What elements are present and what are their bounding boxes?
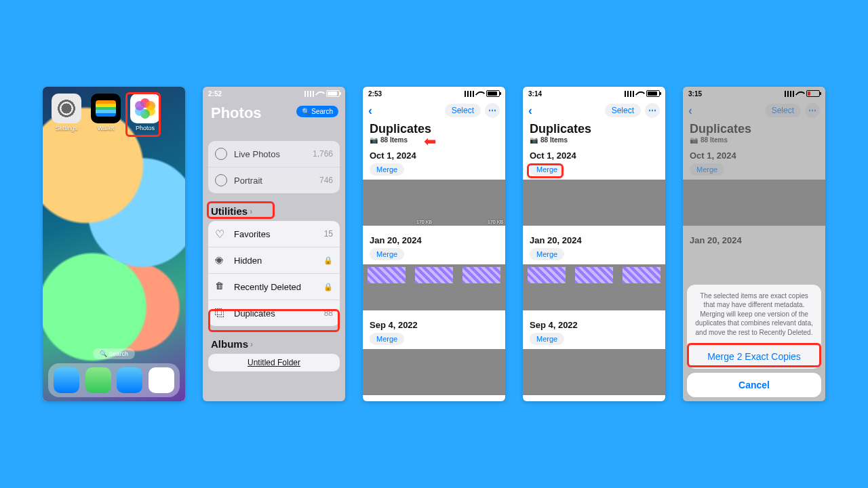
row-count: 15: [324, 229, 333, 239]
signal-icon: [785, 91, 794, 97]
more-button[interactable]: ⋯: [805, 103, 820, 118]
thumbnail[interactable]: [410, 264, 458, 310]
lock-icon: 🔒: [323, 256, 333, 265]
status-time: 2:52: [208, 90, 222, 98]
row-live-photos[interactable]: Live Photos 1,766: [208, 141, 340, 167]
date-header: Oct 1, 2024: [683, 144, 825, 162]
heart-icon: [215, 228, 227, 240]
merge-button[interactable]: Merge: [370, 163, 404, 176]
wifi-icon: [476, 91, 484, 97]
thumbnail[interactable]: [458, 264, 505, 310]
thumbnail[interactable]: [523, 349, 594, 395]
status-bar: 3:14: [523, 87, 665, 100]
thumbnail[interactable]: [363, 264, 410, 310]
select-button[interactable]: Select: [445, 104, 481, 117]
signal-icon: [304, 91, 314, 97]
status-bar: 3:15: [683, 87, 825, 100]
app-photos[interactable]: Photos: [128, 94, 162, 131]
more-button[interactable]: ⋯: [485, 103, 500, 118]
row-label: Duplicates: [234, 308, 275, 319]
thumbnail[interactable]: [523, 264, 570, 310]
merge-button[interactable]: Merge: [370, 333, 404, 345]
screenshot-duplicates-overview: 2:53 ‹ Select ⋯ Duplicates 📷 88 Items ⬅ …: [363, 87, 505, 401]
thumbnail: [754, 180, 825, 226]
thumbnail[interactable]: 170 KB: [363, 180, 434, 226]
status-time: 3:14: [528, 90, 542, 98]
select-button[interactable]: Select: [605, 104, 641, 117]
thumbnail[interactable]: 170 KB: [434, 180, 505, 226]
date-header: Jan 20, 2024: [523, 228, 665, 247]
spotlight-search[interactable]: 🔍 Search: [93, 348, 135, 359]
search-button[interactable]: 🔍 Search: [296, 106, 338, 117]
merge-exact-copies-button[interactable]: Merge 2 Exact Copies: [687, 344, 821, 369]
row-label: Live Photos: [234, 149, 280, 159]
battery-low-icon: [806, 90, 820, 97]
date-header: Sep 4, 2022: [363, 313, 505, 331]
row-hidden[interactable]: Hidden 🔒: [208, 247, 340, 273]
merge-button[interactable]: Merge: [530, 333, 564, 345]
row-recently-deleted[interactable]: Recently Deleted 🔒: [208, 273, 340, 300]
thumbnail[interactable]: [618, 264, 665, 310]
lock-icon: 🔒: [323, 283, 333, 291]
trash-icon: [215, 281, 227, 293]
thumbnail[interactable]: [363, 349, 434, 395]
file-size: 170 KB: [416, 220, 432, 224]
merge-button[interactable]: Merge: [370, 248, 404, 260]
section-albums[interactable]: Albums ›: [203, 334, 345, 354]
date-header: Sep 4, 2022: [523, 313, 665, 331]
phone-icon[interactable]: [85, 367, 111, 393]
app-wallet[interactable]: Wallet: [89, 94, 123, 131]
date-header: Jan 20, 2024: [363, 228, 505, 247]
back-button[interactable]: ‹: [528, 104, 532, 118]
row-portrait[interactable]: Portrait 746: [208, 167, 340, 193]
merge-button[interactable]: Merge: [690, 163, 724, 176]
back-button[interactable]: ‹: [368, 104, 372, 118]
app-settings[interactable]: Settings: [50, 94, 83, 131]
screenshot-duplicates-merge: 3:14 ‹ Select ⋯ Duplicates 📷 88 Items Oc…: [523, 87, 665, 401]
page-title: Duplicates: [523, 122, 665, 136]
section-label: Albums: [211, 338, 248, 350]
thumbnail[interactable]: [594, 349, 665, 395]
portrait-icon: [215, 174, 227, 186]
settings-icon: [52, 94, 81, 123]
row-favorites[interactable]: Favorites 15: [208, 221, 340, 247]
app-label: Settings: [56, 125, 78, 131]
screenshot-home: Settings Wallet Photos 🔍 Search: [43, 87, 185, 401]
merge-button[interactable]: Merge: [530, 248, 564, 260]
app-label: Wallet: [98, 125, 115, 131]
merge-button[interactable]: Merge: [530, 163, 564, 176]
more-button[interactable]: ⋯: [645, 103, 660, 118]
row-count: 746: [319, 176, 333, 185]
thumbnail[interactable]: [570, 264, 618, 310]
chevron-right-icon: ›: [250, 340, 253, 349]
section-utilities[interactable]: Utilities ›: [203, 201, 345, 221]
row-label: Favorites: [234, 229, 270, 239]
safari-icon[interactable]: [54, 367, 79, 393]
thumbnail[interactable]: [523, 180, 594, 226]
mail-icon[interactable]: [117, 367, 142, 393]
thumbnail[interactable]: [594, 180, 665, 226]
chevron-right-icon: ›: [250, 207, 252, 216]
duplicates-icon: [215, 307, 227, 319]
date-header: Jan 20, 2024: [683, 228, 825, 247]
signal-icon: [465, 91, 474, 97]
wifi-icon: [796, 91, 804, 97]
screenshot-photos-utilities: 2:52 Photos 🔍 Search Live Photos 1,766 P…: [203, 87, 345, 401]
thumbnail[interactable]: [434, 349, 505, 395]
signal-icon: [625, 91, 634, 97]
row-count: 1,766: [313, 149, 333, 159]
status-time: 2:53: [368, 90, 382, 98]
album-untitled[interactable]: Untitled Folder: [208, 354, 340, 371]
row-label: Hidden: [234, 256, 262, 266]
cancel-button[interactable]: Cancel: [687, 373, 821, 397]
row-duplicates[interactable]: Duplicates 88: [208, 300, 340, 326]
action-sheet: The selected items are exact copies that…: [687, 285, 821, 398]
wallet-icon: [91, 94, 121, 123]
annotation-arrow: ⬅: [424, 133, 436, 150]
battery-icon: [646, 90, 660, 97]
select-button[interactable]: Select: [765, 104, 801, 117]
tutorial-stage: Settings Wallet Photos 🔍 Search: [0, 0, 868, 488]
home-app-icon[interactable]: [149, 367, 174, 393]
status-time: 3:15: [688, 90, 702, 98]
back-button[interactable]: ‹: [688, 104, 692, 118]
